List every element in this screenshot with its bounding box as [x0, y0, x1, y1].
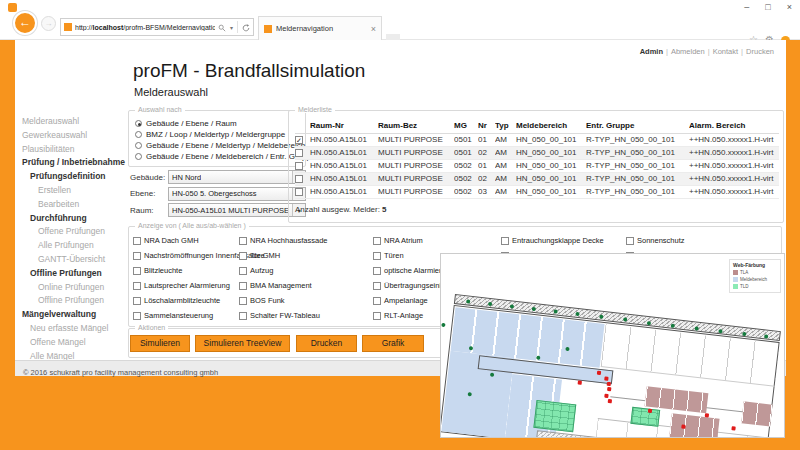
sidebar-item-offline-prüfungen[interactable]: Offline Prüfungen	[22, 294, 128, 308]
checkbox-unchecked-icon[interactable]	[295, 149, 303, 157]
sidebar-item-mängelverwaltung[interactable]: Mängelverwaltung	[22, 308, 128, 322]
checkbox-item-schalter-fw-tableau[interactable]: Schalter FW-Tableau	[239, 308, 328, 323]
checkbox-unchecked-icon[interactable]	[239, 267, 247, 275]
checkbox-unchecked-icon[interactable]	[133, 297, 141, 305]
table-row[interactable]: ✓HN.050.A15L01MULTI PURPOSE050101AMHN_05…	[295, 133, 779, 146]
sidebar-item-gewerkeauswahl[interactable]: Gewerkeauswahl	[22, 129, 128, 143]
checkbox-unchecked-icon[interactable]	[239, 252, 247, 260]
dropdown-raum[interactable]: HN-050-A15L01 MULTI PURPOSE▾	[168, 203, 306, 217]
header-link-drucken[interactable]: Drucken	[746, 47, 774, 56]
detector-dot-red	[597, 371, 601, 375]
selection-mode-fieldset: Auswahl nach Gebäude / Ebene / RaumBMZ /…	[128, 110, 306, 167]
sidebar-item-durchführung[interactable]: Durchführung	[22, 212, 128, 226]
back-button[interactable]: ←	[13, 11, 37, 35]
tab-favicon	[264, 25, 272, 33]
fieldset-legend[interactable]: Anzeige von ( Alle aus/ab-wählen )	[135, 222, 249, 229]
checkbox-unchecked-icon[interactable]	[373, 297, 381, 305]
search-icon[interactable]	[218, 18, 226, 36]
checkbox-item-sonnenschutz[interactable]: Sonnenschutz	[626, 233, 695, 248]
page-subtitle: Melderauswahl	[134, 86, 208, 98]
radio-option-gebäude-ebene-meldertyp-meldebereich[interactable]: Gebäude / Ebene / Meldertyp / Meldeberei…	[135, 140, 305, 151]
checkbox-unchecked-icon[interactable]	[295, 188, 303, 196]
table-row[interactable]: HN.050.A15L01MULTI PURPOSE050102AMHN_050…	[295, 146, 779, 159]
checkbox-unchecked-icon[interactable]	[295, 162, 303, 170]
checkbox-unchecked-icon[interactable]	[133, 252, 141, 260]
close-button[interactable]: ×	[787, 1, 792, 13]
checkbox-checked-icon[interactable]: ✓	[295, 136, 303, 144]
checkbox-item-entrauchungsklappe-decke[interactable]: Entrauchungsklappe Decke	[501, 233, 604, 248]
checkbox-item-nra-atrium[interactable]: NRA Atrium	[373, 233, 454, 248]
sidebar-item-online-prüfungen[interactable]: Online Prüfungen	[22, 281, 128, 295]
cell-nr: 01	[478, 159, 495, 172]
checkbox-unchecked-icon[interactable]	[239, 297, 247, 305]
address-bar[interactable]: http://localhost/profm-BFSM/Meldernaviga…	[60, 18, 254, 36]
browser-tab[interactable]: Meldernavigation ×	[258, 16, 382, 40]
sidebar-item-offline-prüfungen[interactable]: Offline Prüfungen	[22, 267, 128, 281]
checkbox-unchecked-icon[interactable]	[373, 237, 381, 245]
checkbox-unchecked-icon[interactable]	[626, 237, 634, 245]
checkbox-unchecked-icon[interactable]	[373, 267, 381, 275]
chevron-down-icon[interactable]: ▾	[230, 24, 233, 31]
header-link-admin[interactable]: Admin	[640, 47, 663, 56]
sidebar-item-alle-prüfungen[interactable]: Alle Prüfungen	[22, 239, 128, 253]
maximize-button[interactable]: □	[765, 1, 770, 13]
sidebar-item-melderauswahl[interactable]: Melderauswahl	[22, 115, 128, 129]
checkbox-item-bos-funk[interactable]: BOS Funk	[239, 293, 328, 308]
checkbox-item-aufzug[interactable]: Aufzug	[239, 263, 328, 278]
checkbox-unchecked-icon[interactable]	[133, 237, 141, 245]
header-link-kontakt[interactable]: Kontakt	[713, 47, 738, 56]
sidebar-item-prüfung-inbetriebnahme[interactable]: Prüfung / Inbetriebnahme	[22, 156, 128, 170]
sidebar-item-offene-prüfungen[interactable]: Offene Prüfungen	[22, 225, 128, 239]
checkbox-unchecked-icon[interactable]	[239, 312, 247, 320]
checkbox-label: BOS Funk	[250, 296, 285, 305]
checkbox-unchecked-icon[interactable]	[239, 237, 247, 245]
checkbox-item-tore[interactable]: Tore	[239, 248, 328, 263]
button-simulieren[interactable]: Simulieren	[130, 335, 190, 352]
checkbox-unchecked-icon[interactable]	[239, 282, 247, 290]
button-simulieren-treeview[interactable]: Simulieren TreeView	[195, 335, 290, 352]
detector-dot-red	[705, 413, 709, 417]
sidebar-item-plausibilitäten[interactable]: Plausibilitäten	[22, 143, 128, 157]
radio-unselected-icon[interactable]	[135, 142, 142, 149]
checkbox-unchecked-icon[interactable]	[133, 312, 141, 320]
sidebar-item-offene-mängel[interactable]: Offene Mängel	[22, 336, 128, 350]
button-grafik[interactable]: Grafik	[362, 335, 424, 352]
radio-option-bmz-loop-meldertyp-meldergruppe[interactable]: BMZ / Loop / Meldertyp / Meldergruppe	[135, 129, 305, 140]
radio-unselected-icon[interactable]	[135, 153, 142, 160]
dropdown-label: Raum:	[130, 206, 168, 215]
table-row[interactable]: HN.050.A15L01MULTI PURPOSE050203AMHN_050…	[295, 185, 779, 198]
forward-button[interactable]: →	[41, 16, 56, 31]
radio-option-gebäude-ebene-raum[interactable]: Gebäude / Ebene / Raum	[135, 118, 305, 129]
checkbox-item-bma-management[interactable]: BMA Management	[239, 278, 328, 293]
table-row[interactable]: HN.050.A15L01MULTI PURPOSE050201AMHN_050…	[295, 159, 779, 172]
checkbox-unchecked-icon[interactable]	[373, 252, 381, 260]
checkbox-column-2: NRA HochhausfassadeToreAufzugBMA Managem…	[239, 233, 328, 323]
checkbox-unchecked-icon[interactable]	[133, 267, 141, 275]
sidebar-item-prüfungsdefinition[interactable]: Prüfungsdefinition	[22, 170, 128, 184]
tab-close-icon[interactable]: ×	[371, 24, 376, 34]
sidebar-item-erstellen[interactable]: Erstellen	[22, 184, 128, 198]
radio-selected-icon[interactable]	[135, 120, 142, 127]
sidebar-item-bearbeiten[interactable]: Bearbeiten	[22, 198, 128, 212]
radio-unselected-icon[interactable]	[135, 131, 142, 138]
url-text[interactable]: http://localhost/profm-BFSM/Meldernaviga…	[75, 24, 215, 31]
dropdown-ebene[interactable]: HN-050 5. Obergeschoss▾	[168, 187, 306, 201]
radio-option-gebäude-ebene-meldebereich-entr-gruppe[interactable]: Gebäude / Ebene / Meldebereich / Entr. G…	[135, 151, 305, 162]
checkbox-unchecked-icon[interactable]	[373, 282, 381, 290]
dropdown-gebäude[interactable]: HN Nord▾	[168, 170, 306, 184]
checkbox-unchecked-icon[interactable]	[133, 282, 141, 290]
checkbox-unchecked-icon[interactable]	[295, 175, 303, 183]
header-link-abmelden[interactable]: Abmelden	[671, 47, 705, 56]
checkbox-unchecked-icon[interactable]	[373, 312, 381, 320]
minimize-button[interactable]: –	[744, 1, 749, 13]
refresh-icon[interactable]	[242, 18, 250, 36]
checkbox-item-nra-hochhausfassade[interactable]: NRA Hochhausfassade	[239, 233, 328, 248]
button-drucken[interactable]: Drucken	[296, 335, 357, 352]
table-row[interactable]: HN.050.A15L01MULTI PURPOSE050202AMHN_050…	[295, 172, 779, 185]
checkbox-unchecked-icon[interactable]	[501, 237, 509, 245]
cell-meldebereich: HN_050_00_101	[516, 146, 586, 159]
sidebar-item-neu-erfasste-mängel[interactable]: Neu erfasste Mängel	[22, 322, 128, 336]
sidebar-item-gantt-übersicht[interactable]: GANTT-Übersicht	[22, 253, 128, 267]
cell-raum-nr: HN.050.A15L01	[310, 146, 378, 159]
header-links: Admin|Abmelden|Kontakt|Drucken	[640, 47, 774, 56]
